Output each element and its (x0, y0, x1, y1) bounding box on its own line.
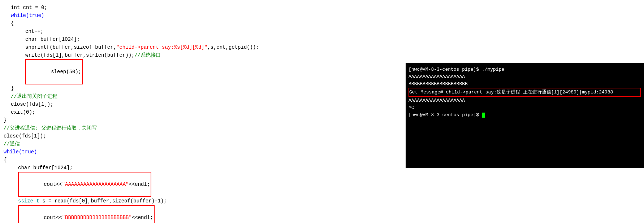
code-line: while(true) (4, 12, 644, 19)
sleep-highlight: sleep(50); (25, 59, 83, 84)
code-text: cout<< (44, 182, 62, 187)
terminal-line: AAAAAAAAAAAAAAAAAAAA (409, 73, 641, 80)
code-text: sleep(50); (51, 69, 81, 75)
code-text: <<endl; (129, 182, 150, 187)
code-line: snprintf(buffer,sizeof buffer,"child->pa… (4, 43, 644, 51)
code-text: ssize_t (18, 197, 39, 205)
code-text: exit(0); (11, 108, 35, 116)
terminal-line: BBBBBBBBBBBBBBBBBBBBB (409, 80, 641, 88)
terminal-line: Get Message# child->parent say:这是子进程,正在进… (409, 89, 640, 96)
code-text: cout<< (44, 215, 62, 220)
code-line: char buffer[1024]; (4, 35, 644, 43)
main-container: 了 进程 int cnt = 0; while(true) { cnt++; c… (0, 0, 644, 223)
terminal-cursor (482, 113, 485, 118)
code-text: "AAAAAAAAAAAAAAAAAAAA" (62, 182, 129, 187)
code-text: close(fds[1]); (4, 132, 46, 140)
code-text: s = read(fds[0],buffer,sizeof(buffer)-1)… (39, 197, 167, 205)
code-text: snprintf(buffer,sizeof buffer, (25, 43, 116, 51)
code-text: } (11, 84, 14, 92)
code-line: write(fds[1],buffer,strlen(buffer));//系统… (4, 51, 644, 59)
code-text: char buffer[1024]; (18, 164, 73, 172)
code-text: "child->parent say:%s[%d][%d]" (116, 43, 207, 51)
cout-a-highlight: cout<<"AAAAAAAAAAAAAAAAAAAA"<<endl; (18, 172, 151, 197)
code-text: //父进程通信: 父进程进行读取，关闭写 (4, 124, 97, 132)
terminal-line: AAAAAAAAAAAAAAAAAAAA (409, 97, 641, 104)
code-text: while(true) (4, 148, 37, 156)
code-text: } (4, 116, 7, 124)
code-text: //系统接口 (134, 51, 161, 59)
code-text: close(fds[1]); (11, 100, 53, 108)
code-text: char buffer[1024]; (25, 35, 80, 43)
code-text: //退出前关闭子进程 (11, 92, 57, 100)
code-line: int cnt = 0; (4, 4, 644, 12)
terminal-panel: [hwc@VM-8-3-centos pipe]$ ./mypipe AAAAA… (406, 63, 644, 168)
code-text: "BBBBBBBBBBBBBBBBBBBBB" (62, 215, 132, 220)
code-line: cout<<"AAAAAAAAAAAAAAAAAAAA"<<endl; (4, 172, 644, 197)
code-text: //通信 (4, 140, 20, 148)
code-line: ssize_t s = read(fds[0],buffer,sizeof(bu… (4, 197, 644, 205)
code-text: <<endl; (132, 215, 153, 220)
terminal-highlight-line: Get Message# child->parent say:这是子进程,正在进… (409, 88, 641, 97)
code-text: { (4, 156, 7, 164)
code-line: cout<<"BBBBBBBBBBBBBBBBBBBBB"<<endl; (4, 205, 644, 223)
terminal-line: [hwc@VM-8-3-centos pipe]$ (409, 112, 641, 119)
code-line: { (4, 19, 644, 27)
code-line: cnt++; (4, 27, 644, 35)
terminal-line: ^C (409, 104, 641, 112)
code-text: ,s,cnt,getpid()); (207, 43, 259, 51)
code-text: cnt++; (25, 27, 43, 35)
code-text: { (11, 19, 14, 27)
code-text: write(fds[1],buffer,strlen(buffer)); (25, 51, 134, 59)
code-text: int cnt = 0; (11, 4, 47, 12)
cout-b-highlight: cout<<"BBBBBBBBBBBBBBBBBBBBB"<<endl; (18, 205, 155, 223)
code-text: while(true) (11, 12, 44, 19)
terminal-line: [hwc@VM-8-3-centos pipe]$ ./mypipe (409, 66, 641, 73)
